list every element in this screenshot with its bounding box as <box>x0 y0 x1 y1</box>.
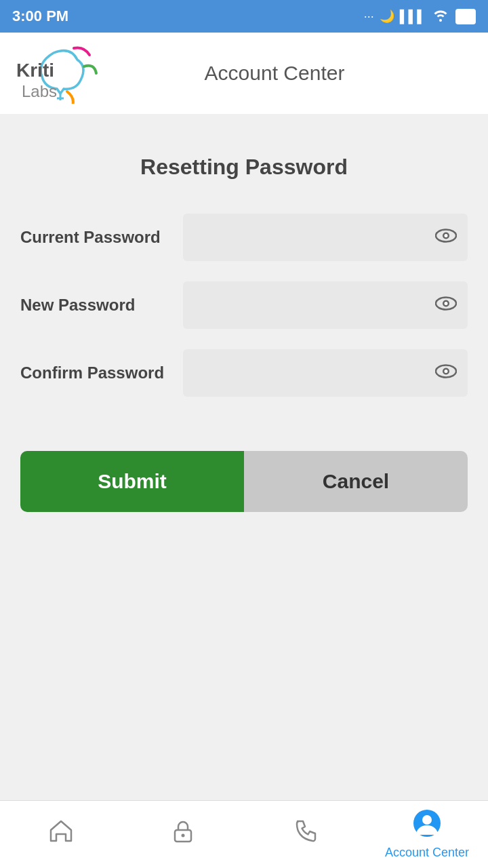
status-time: 3:00 PM <box>12 7 68 25</box>
current-password-row: Current Password <box>20 214 468 261</box>
nav-lock[interactable] <box>129 818 237 852</box>
svg-point-9 <box>445 302 448 305</box>
submit-button[interactable]: Submit <box>20 451 244 512</box>
button-row: Submit Cancel <box>20 451 468 512</box>
status-bar: 3:00 PM ··· 🌙 ▌▌▌ 26 <box>0 0 488 33</box>
svg-text:Labs: Labs <box>22 82 57 100</box>
svg-point-12 <box>445 370 448 373</box>
battery-indicator: 26 <box>455 9 476 24</box>
bottom-nav: Account Center <box>0 800 488 868</box>
status-icons: ··· 🌙 ▌▌▌ 26 <box>364 7 476 26</box>
header-title: Account Center <box>104 62 472 85</box>
logo: Kriti Labs <box>16 43 104 104</box>
form-section: Resetting Password Current Password New … <box>0 114 488 437</box>
svg-point-16 <box>422 815 432 825</box>
nav-phone[interactable] <box>251 818 359 852</box>
main-content: Resetting Password Current Password New … <box>0 114 488 800</box>
nav-account[interactable]: Account Center <box>373 809 481 860</box>
current-password-label: Current Password <box>20 228 183 247</box>
svg-text:Kriti: Kriti <box>16 60 54 81</box>
confirm-password-row: Confirm Password <box>20 349 468 397</box>
new-password-eye-icon[interactable] <box>435 295 457 316</box>
nav-home[interactable] <box>7 818 115 852</box>
kriti-labs-logo: Kriti Labs <box>16 43 104 104</box>
new-password-label: New Password <box>20 296 183 315</box>
wifi-icon <box>431 7 450 26</box>
form-title: Resetting Password <box>20 155 468 180</box>
current-password-input[interactable] <box>183 214 468 261</box>
confirm-password-wrapper <box>183 349 468 397</box>
confirm-password-input[interactable] <box>183 349 468 397</box>
confirm-password-eye-icon[interactable] <box>435 363 457 384</box>
bottom-spacer <box>0 512 488 800</box>
signal-bars-icon: ▌▌▌ <box>400 9 426 24</box>
cancel-button[interactable]: Cancel <box>244 451 468 512</box>
nav-account-label: Account Center <box>385 846 469 860</box>
confirm-password-label: Confirm Password <box>20 363 183 382</box>
home-icon <box>48 818 74 849</box>
phone-icon <box>292 818 318 849</box>
svg-point-6 <box>445 234 448 237</box>
header: Kriti Labs Account Center <box>0 33 488 114</box>
account-icon <box>413 809 441 843</box>
current-password-wrapper <box>183 214 468 261</box>
moon-icon: 🌙 <box>380 9 394 24</box>
new-password-input[interactable] <box>183 281 468 329</box>
signal-dots-icon: ··· <box>364 9 374 24</box>
new-password-row: New Password <box>20 281 468 329</box>
new-password-wrapper <box>183 281 468 329</box>
svg-point-14 <box>182 833 185 837</box>
lock-icon <box>170 818 196 849</box>
current-password-eye-icon[interactable] <box>435 227 457 248</box>
